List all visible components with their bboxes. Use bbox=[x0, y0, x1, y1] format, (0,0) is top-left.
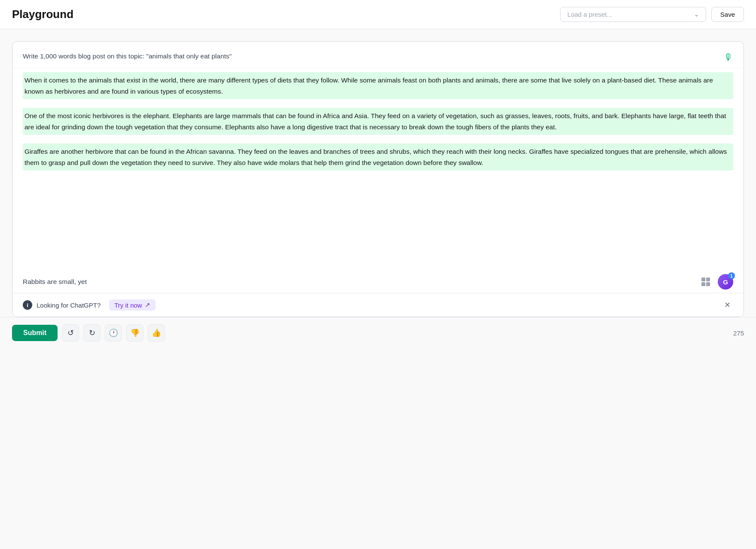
chevron-down-icon: ⌄ bbox=[694, 11, 699, 18]
save-button[interactable]: Save bbox=[711, 7, 744, 22]
submit-button[interactable]: Submit bbox=[12, 325, 58, 341]
chatgpt-banner: i Looking for ChatGPT? Try it now ↗ ✕ bbox=[12, 293, 744, 317]
page-title: Playground bbox=[12, 8, 73, 21]
content-icons: G 1 bbox=[698, 274, 733, 290]
undo-icon: ↺ bbox=[67, 328, 74, 338]
editor-card: Write 1,000 words blog post on this topi… bbox=[12, 41, 744, 317]
grammarly-label: G bbox=[723, 278, 728, 286]
main-content: Write 1,000 words blog post on this topi… bbox=[0, 29, 756, 317]
dislike-button[interactable]: 👎 bbox=[126, 324, 143, 342]
grammarly-badge: 1 bbox=[728, 272, 735, 279]
svg-rect-3 bbox=[706, 282, 710, 286]
header: Playground Load a preset... ⌄ Save bbox=[0, 0, 756, 29]
paragraph-2: One of the most iconic herbivores is the… bbox=[23, 108, 733, 135]
redo-button[interactable]: ↻ bbox=[83, 324, 101, 342]
svg-rect-2 bbox=[701, 282, 705, 286]
partial-text: Rabbits are small, yet bbox=[23, 278, 87, 286]
thumbs-up-icon: 👍 bbox=[152, 328, 161, 338]
token-count: 275 bbox=[733, 329, 744, 337]
extension-icon bbox=[698, 274, 713, 290]
external-link-icon: ↗ bbox=[145, 301, 150, 309]
undo-button[interactable]: ↺ bbox=[62, 324, 79, 342]
paragraph-1: When it comes to the animals that exist … bbox=[23, 72, 733, 99]
banner-text: Looking for ChatGPT? bbox=[37, 302, 101, 309]
svg-rect-1 bbox=[706, 278, 710, 281]
history-icon: 🕐 bbox=[109, 328, 118, 338]
info-icon: i bbox=[23, 300, 32, 310]
toolbar-left: Submit ↺ ↻ 🕐 👎 👍 bbox=[12, 324, 165, 342]
grammarly-icon[interactable]: G 1 bbox=[718, 274, 733, 290]
history-button[interactable]: 🕐 bbox=[105, 324, 122, 342]
content-area[interactable]: When it comes to the animals that exist … bbox=[12, 68, 744, 274]
content-bottom-row: Rabbits are small, yet G 1 bbox=[12, 274, 744, 293]
prompt-area: Write 1,000 words blog post on this topi… bbox=[12, 42, 744, 68]
redo-icon: ↻ bbox=[89, 328, 95, 338]
try-it-label: Try it now bbox=[114, 302, 142, 309]
try-it-now-button[interactable]: Try it now ↗ bbox=[109, 299, 155, 311]
microphone-icon[interactable]: 🎙 bbox=[724, 52, 733, 63]
preset-placeholder: Load a preset... bbox=[567, 11, 612, 18]
close-banner-button[interactable]: ✕ bbox=[722, 299, 733, 311]
svg-rect-0 bbox=[701, 278, 705, 281]
paragraph-3: Giraffes are another herbivore that can … bbox=[23, 143, 733, 171]
prompt-text[interactable]: Write 1,000 words blog post on this topi… bbox=[23, 51, 717, 61]
preset-dropdown[interactable]: Load a preset... ⌄ bbox=[560, 7, 706, 22]
banner-left: i Looking for ChatGPT? Try it now ↗ bbox=[23, 299, 155, 311]
header-controls: Load a preset... ⌄ Save bbox=[560, 7, 744, 22]
thumbs-down-icon: 👎 bbox=[130, 328, 140, 338]
footer-toolbar: Submit ↺ ↻ 🕐 👎 👍 275 bbox=[0, 317, 756, 348]
like-button[interactable]: 👍 bbox=[148, 324, 165, 342]
